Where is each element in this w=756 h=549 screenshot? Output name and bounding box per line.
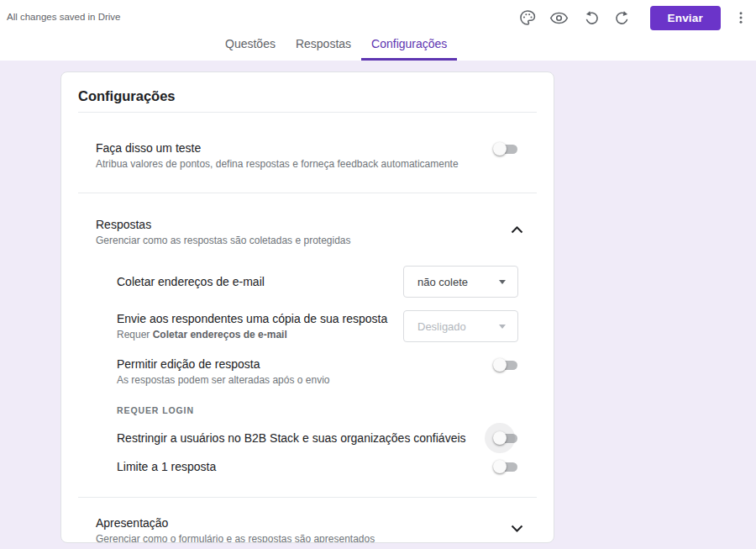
send-copy-requirement-bold: Coletar endereços de e-mail <box>153 329 287 340</box>
responses-settings-group: Coletar endereços de e-mail não colete E… <box>117 266 518 474</box>
toggle-knob <box>493 142 507 156</box>
divider <box>78 112 537 113</box>
presentation-section-title: Apresentação <box>96 515 375 531</box>
card-title: Configurações <box>61 72 554 112</box>
collect-email-value: não colete <box>417 276 468 288</box>
dropdown-caret-icon <box>499 280 506 284</box>
topbar-actions: Enviar <box>514 5 749 30</box>
chevron-down-icon <box>511 520 523 535</box>
responses-section-text: Respostas Gerenciar como as respostas sã… <box>96 217 351 247</box>
limit-one-response-title: Limite a 1 resposta <box>117 459 216 474</box>
dropdown-caret-icon <box>499 325 506 329</box>
limit-one-response-row: Limite a 1 resposta <box>117 459 518 474</box>
responses-section-title: Respostas <box>96 217 351 232</box>
limit-one-response-toggle[interactable] <box>493 460 518 473</box>
restrict-users-row: Restringir a usuários no B2B Stack e sua… <box>117 430 518 446</box>
collect-email-label: Coletar endereços de e-mail <box>117 274 265 289</box>
restrict-users-title: Restringir a usuários no B2B Stack e sua… <box>117 430 466 446</box>
quiz-setting-row: Faça disso um teste Atribua valores de p… <box>96 140 518 171</box>
preview-button[interactable] <box>546 5 573 30</box>
settings-card: Configurações Faça disso um teste Atribu… <box>60 71 554 543</box>
eye-icon <box>549 8 569 28</box>
responses-section-subtitle: Gerenciar como as respostas são coletada… <box>96 234 351 247</box>
toggle-knob <box>493 460 507 473</box>
toggle-knob <box>493 358 507 372</box>
redo-button[interactable] <box>610 5 637 30</box>
presentation-section-subtitle: Gerenciar como o formulário e as respost… <box>96 532 375 543</box>
allow-edit-text: Permitir edição de resposta As respostas… <box>117 356 329 387</box>
collect-email-row: Coletar endereços de e-mail não colete <box>117 266 518 298</box>
chevron-up-icon <box>511 222 523 236</box>
allow-edit-subtitle: As respostas podem ser alteradas após o … <box>117 373 329 387</box>
kebab-menu-icon <box>733 10 748 25</box>
allow-edit-toggle[interactable] <box>493 358 518 372</box>
form-tabs: Questões Respostas Configurações <box>215 29 457 61</box>
save-status-text: All changes saved in Drive <box>7 12 121 22</box>
restrict-users-toggle[interactable] <box>493 431 518 445</box>
allow-edit-row: Permitir edição de resposta As respostas… <box>117 356 518 387</box>
more-options-button[interactable] <box>732 5 749 30</box>
undo-button[interactable] <box>578 5 605 30</box>
divider <box>78 497 537 498</box>
collapse-section-button[interactable] <box>511 222 523 247</box>
send-button[interactable]: Enviar <box>650 6 721 30</box>
toggle-knob <box>493 431 507 445</box>
redo-icon <box>614 9 632 27</box>
theme-palette-button[interactable] <box>514 5 541 30</box>
send-copy-text: Envie aos respondentes uma cópia de sua … <box>117 311 387 341</box>
send-copy-requirement: Requer Coletar endereços de e-mail <box>117 328 387 341</box>
quiz-setting-text: Faça disso um teste Atribua valores de p… <box>96 140 459 171</box>
quiz-toggle[interactable] <box>493 142 518 156</box>
send-copy-label: Envie aos respondentes uma cópia de sua … <box>117 311 387 326</box>
send-copy-value: Desligado <box>417 320 466 333</box>
undo-icon <box>582 9 600 27</box>
expand-section-button[interactable] <box>511 520 523 543</box>
presentation-section-text: Apresentação Gerenciar como o formulário… <box>96 515 375 543</box>
topbar: All changes saved in Drive <box>0 0 756 61</box>
allow-edit-title: Permitir edição de resposta <box>117 356 329 372</box>
send-copy-row: Envie aos respondentes uma cópia de sua … <box>117 310 518 342</box>
tab-questions[interactable]: Questões <box>215 29 286 61</box>
tab-responses[interactable]: Respostas <box>286 29 361 61</box>
send-copy-dropdown[interactable]: Desligado <box>403 310 518 342</box>
presentation-section-header: Apresentação Gerenciar como o formulário… <box>96 515 523 543</box>
divider <box>78 193 537 193</box>
requires-login-label: REQUER LOGIN <box>117 405 518 415</box>
quiz-setting-title: Faça disso um teste <box>96 140 459 156</box>
responses-section-header: Respostas Gerenciar como as respostas sã… <box>96 217 523 247</box>
quiz-setting-subtitle: Atribua valores de pontos, defina respos… <box>96 157 459 171</box>
tab-settings[interactable]: Configurações <box>361 29 457 61</box>
palette-icon <box>518 8 537 27</box>
collect-email-dropdown[interactable]: não colete <box>403 266 518 298</box>
